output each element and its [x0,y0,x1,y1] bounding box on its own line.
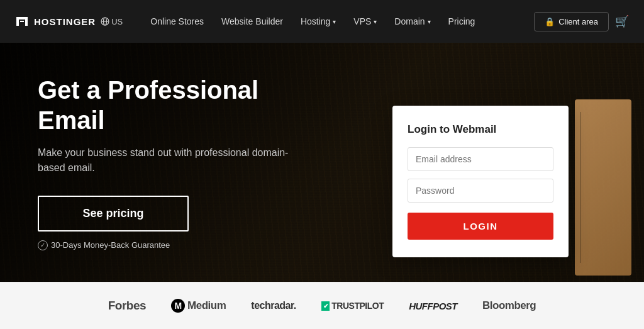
nav-right: 🔒 Client area 🛒 [534,12,629,31]
nav-website-builder[interactable]: Website Builder [214,11,291,31]
svg-rect-2 [25,17,28,26]
hero-section: Get a Professional Email Make your busin… [0,43,644,282]
login-card: Login to Webmail LOGIN [392,106,569,257]
client-area-button[interactable]: 🔒 Client area [534,12,609,31]
logo-text: HOSTINGER [34,16,96,27]
password-input[interactable] [408,179,553,203]
cart-icon[interactable]: 🛒 [615,14,629,28]
hosting-chevron-icon: ▾ [333,18,336,25]
login-button[interactable]: LOGIN [408,213,553,240]
domain-chevron-icon: ▾ [428,18,431,25]
press-bar: Forbes M Medium techradar. ✔ TRUSTPILOT … [0,282,644,329]
bloomberg-logo: Bloomberg [482,299,536,312]
navbar: HOSTINGER US Online Stores Website Build… [0,0,644,43]
medium-m-icon: M [171,299,185,313]
locale-text: US [111,17,123,26]
nav-domain[interactable]: Domain ▾ [387,11,438,31]
vps-chevron-icon: ▾ [374,18,377,25]
check-icon: ✓ [38,240,48,250]
locale-selector[interactable]: US [101,17,123,26]
nav-links: Online Stores Website Builder Hosting ▾ … [143,11,534,31]
hero-title: Get a Professional Email [38,75,314,135]
email-input[interactable] [408,147,553,171]
nav-online-stores[interactable]: Online Stores [143,11,211,31]
trustpilot-logo: ✔ TRUSTPILOT [321,301,384,311]
see-pricing-button[interactable]: See pricing [38,196,189,231]
nav-vps[interactable]: VPS ▾ [346,11,384,31]
huffpost-logo: HUFFPOST [409,301,457,311]
hero-subtitle: Make your business stand out with profes… [38,145,314,176]
hero-content: Get a Professional Email Make your busin… [0,75,352,250]
trustpilot-star-icon: ✔ [321,301,330,311]
login-title: Login to Webmail [408,123,553,136]
logo[interactable]: HOSTINGER [15,14,96,28]
techradar-logo: techradar. [251,300,296,311]
nav-hosting[interactable]: Hosting ▾ [293,11,343,31]
money-back-guarantee: ✓ 30-Days Money-Back Guarantee [38,240,314,250]
svg-rect-3 [20,21,24,22]
medium-logo: M Medium [171,299,226,313]
notebook-decoration [575,99,631,276]
nav-pricing[interactable]: Pricing [441,11,483,31]
lock-icon: 🔒 [545,17,555,26]
forbes-logo: Forbes [108,299,146,313]
